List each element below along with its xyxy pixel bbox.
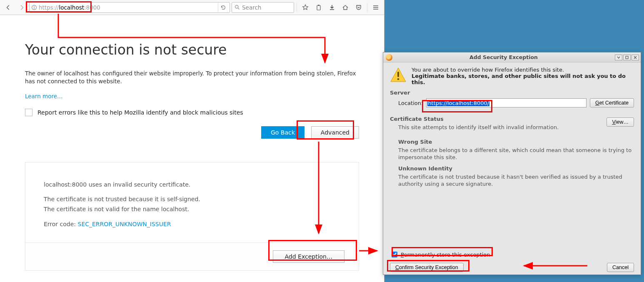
- cancel-button[interactable]: Cancel: [607, 263, 634, 272]
- svg-rect-8: [397, 72, 399, 77]
- page-title: Your connection is not secure: [25, 42, 359, 58]
- pocket-icon: [355, 4, 362, 11]
- report-label: Report errors like this to help Mozilla …: [37, 109, 243, 116]
- permanent-store-row[interactable]: Permanently store this exception: [390, 250, 634, 259]
- svg-point-9: [397, 78, 399, 80]
- learn-more-link[interactable]: Learn more…: [25, 93, 63, 100]
- toolbar-separator: [367, 3, 367, 12]
- error-code-link[interactable]: SEC_ERROR_UNKNOWN_ISSUER: [78, 221, 171, 227]
- hamburger-icon: [372, 4, 379, 11]
- forward-button[interactable]: [16, 2, 27, 13]
- location-label: Location:: [398, 100, 423, 106]
- firefox-icon: [386, 54, 392, 61]
- wrong-site-label: Wrong Site: [398, 139, 634, 145]
- bookmark-star-button[interactable]: [300, 2, 311, 13]
- url-text: https://localhost:8000: [39, 4, 216, 11]
- arrow-left-icon: [5, 4, 11, 11]
- dialog-title: Add Security Exception: [392, 54, 615, 60]
- download-icon: [329, 4, 335, 11]
- downloads-button[interactable]: [326, 2, 338, 13]
- tech-line: The certificate is not valid for the nam…: [44, 205, 340, 214]
- cert-status-text: This site attempts to identify itself wi…: [398, 124, 607, 131]
- go-back-button[interactable]: Go Back: [261, 126, 305, 139]
- address-bar[interactable]: https://localhost:8000: [29, 2, 230, 13]
- reload-button[interactable]: [218, 3, 228, 12]
- unknown-identity-text: The certificate is not trusted because i…: [398, 173, 634, 188]
- svg-rect-2: [34, 7, 34, 9]
- arrow-right-icon: [19, 4, 25, 11]
- permanent-store-checkbox[interactable]: [392, 252, 397, 257]
- tech-line: The certificate is not trusted because i…: [44, 195, 340, 204]
- search-placeholder: Search: [242, 4, 261, 11]
- technical-details: localhost:8000 uses an invalid security …: [25, 162, 359, 271]
- svg-rect-6: [318, 5, 320, 6]
- warning-body: The owner of localhost has configured th…: [25, 70, 359, 85]
- get-certificate-button[interactable]: GGet Certificateet Certificate: [590, 98, 634, 107]
- confirm-exception-button[interactable]: Confirm Security Exception: [390, 263, 464, 272]
- search-icon: [235, 5, 240, 10]
- menu-button[interactable]: [370, 2, 382, 13]
- browser-toolbar: https://localhost:8000 Search: [0, 0, 384, 15]
- maximize-icon: [625, 55, 629, 60]
- minimize-icon: [617, 55, 621, 60]
- close-icon: [633, 55, 637, 60]
- report-checkbox[interactable]: [25, 109, 32, 116]
- unknown-identity-label: Unknown Identity: [398, 165, 634, 172]
- home-icon: [342, 4, 349, 11]
- reload-icon: [220, 5, 226, 10]
- clipboard-icon: [315, 4, 322, 11]
- add-exception-button[interactable]: Add Exception…: [273, 250, 344, 263]
- svg-rect-5: [317, 5, 320, 10]
- wrong-site-text: The certificate belongs to a different s…: [398, 147, 634, 161]
- server-label: Server: [390, 90, 634, 96]
- search-bar[interactable]: Search: [232, 2, 294, 13]
- pocket-button[interactable]: [353, 2, 364, 13]
- warning-icon: [390, 67, 407, 83]
- svg-line-4: [238, 8, 240, 10]
- error-page: Your connection is not secure The owner …: [0, 15, 384, 282]
- minimize-button[interactable]: [615, 55, 622, 60]
- star-icon: [302, 4, 309, 11]
- permanent-store-label: Permanently store this exception: [401, 252, 490, 258]
- cert-status-label: Certificate Status: [390, 116, 607, 122]
- home-button[interactable]: [339, 2, 351, 13]
- add-exception-dialog: Add Security Exception You are about to …: [383, 52, 641, 275]
- clipboard-button[interactable]: [313, 2, 324, 13]
- svg-rect-7: [626, 56, 628, 59]
- dialog-titlebar[interactable]: Add Security Exception: [383, 52, 641, 62]
- info-icon: [31, 5, 37, 10]
- browser-window: https://localhost:8000 Search: [0, 0, 384, 282]
- svg-point-1: [34, 6, 35, 7]
- location-input[interactable]: https://localhost:8000/: [426, 98, 587, 107]
- tech-line: localhost:8000 uses an invalid security …: [44, 181, 340, 189]
- advanced-button[interactable]: Advanced: [311, 126, 359, 139]
- location-value: https://localhost:8000/: [427, 100, 489, 106]
- svg-point-3: [235, 5, 238, 8]
- toolbar-separator: [297, 3, 297, 12]
- error-code-line: Error code: SEC_ERROR_UNKNOWN_ISSUER: [44, 220, 340, 229]
- view-certificate-button[interactable]: View…: [607, 117, 634, 127]
- warning-text: You are about to override how Firefox id…: [412, 67, 634, 85]
- maximize-button[interactable]: [623, 55, 631, 60]
- close-button[interactable]: [632, 55, 639, 60]
- back-button[interactable]: [2, 2, 14, 13]
